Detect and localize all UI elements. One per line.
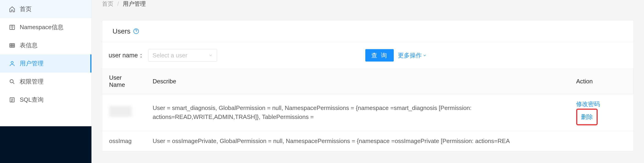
home-icon	[9, 6, 16, 13]
sidebar-footer	[0, 126, 92, 163]
breadcrumb-home[interactable]: 首页	[102, 1, 114, 7]
sidebar-item-sql[interactable]: SQL查询	[0, 91, 92, 109]
delete-highlight-box: 删除	[576, 109, 598, 125]
search-icon	[9, 78, 16, 85]
col-header-describe: Describe	[146, 69, 569, 94]
users-table: User Name Describe Action User = smart_d…	[102, 68, 634, 151]
grid-icon	[9, 42, 16, 49]
table-header-row: User Name Describe Action	[102, 69, 634, 94]
book-icon	[9, 24, 16, 31]
sidebar-item-home[interactable]: 首页	[0, 0, 92, 18]
sidebar-item-namespace[interactable]: Namespace信息	[0, 18, 92, 36]
cell-user: ossImag	[102, 131, 146, 151]
svg-point-3	[10, 79, 13, 83]
col-header-action: Action	[569, 69, 634, 94]
table-row: User = smart_diagnosis, GlobalPermission…	[102, 94, 634, 131]
more-actions-label: 更多操作	[398, 51, 422, 59]
more-actions-link[interactable]: 更多操作	[398, 51, 427, 59]
breadcrumb-separator: /	[117, 1, 119, 7]
sidebar-item-label: SQL查询	[20, 96, 44, 104]
cell-user	[102, 94, 146, 131]
query-button[interactable]: 查 询	[365, 49, 394, 62]
svg-point-2	[11, 61, 13, 63]
select-placeholder: Select a user	[153, 52, 188, 59]
table-row: ossImag User = ossImagePrivate, GlobalPe…	[102, 131, 634, 151]
user-name-redacted	[109, 106, 132, 117]
sidebar: 首页 Namespace信息 表信息 用户管理 权限管理	[0, 0, 92, 163]
cell-describe: User = smart_diagnosis, GlobalPermission…	[146, 94, 569, 131]
user-select[interactable]: Select a user	[148, 49, 217, 62]
panel-title: Users	[112, 27, 130, 35]
sidebar-item-label: 首页	[20, 5, 32, 13]
users-card: Users user name： Select a user 查 询 更多操作	[102, 20, 634, 151]
user-name-label: user name：	[109, 51, 144, 59]
delete-link[interactable]: 删除	[581, 113, 593, 120]
sidebar-item-permission[interactable]: 权限管理	[0, 73, 92, 91]
chevron-down-icon	[422, 52, 427, 59]
breadcrumb: 首页 / 用户管理	[92, 0, 644, 10]
toolbar: user name： Select a user 查 询 更多操作	[102, 42, 634, 68]
main-content: 首页 / 用户管理 Users user name： Select a user	[92, 0, 644, 163]
help-icon[interactable]	[133, 28, 139, 34]
chevron-down-icon	[208, 52, 213, 59]
edit-password-link[interactable]: 修改密码	[576, 101, 600, 107]
svg-rect-1	[10, 43, 15, 47]
cell-action: 修改密码	[569, 131, 634, 151]
user-icon	[9, 60, 16, 67]
sidebar-item-label: 用户管理	[20, 59, 44, 68]
sidebar-item-tables[interactable]: 表信息	[0, 36, 92, 54]
sidebar-item-label: 权限管理	[20, 78, 44, 86]
sidebar-item-user-mgmt[interactable]: 用户管理	[0, 54, 92, 73]
sidebar-item-label: Namespace信息	[20, 23, 64, 31]
card-title-row: Users	[102, 21, 634, 42]
breadcrumb-current: 用户管理	[123, 1, 146, 7]
sidebar-item-label: 表信息	[20, 41, 38, 49]
cell-describe: User = ossImagePrivate, GlobalPermission…	[146, 131, 569, 151]
list-icon	[9, 96, 16, 103]
col-header-user: User Name	[102, 69, 146, 94]
cell-action: 修改密码 删除	[569, 94, 634, 131]
